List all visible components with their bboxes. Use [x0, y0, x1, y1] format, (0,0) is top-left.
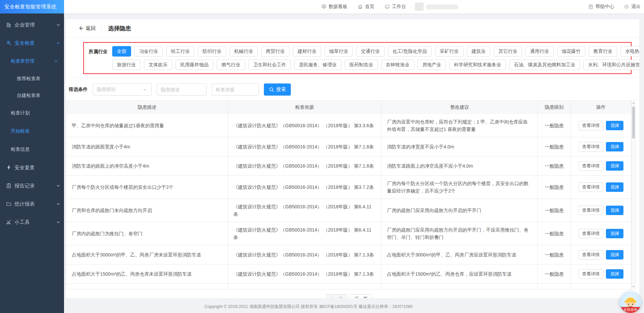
level-cell: 一般隐患 [538, 199, 571, 222]
topbar-item-logout[interactable]: 退出 [624, 4, 641, 10]
sidebar-item-label: 自建检查表 [17, 93, 40, 99]
topbar-item-help-center[interactable]: 帮助中心 [588, 4, 614, 10]
chevron-up-icon [56, 40, 61, 46]
chevron-up-icon [53, 59, 59, 64]
chat-widget[interactable]: 在线咨询 [620, 291, 641, 313]
select-button[interactable]: 选择 [606, 182, 623, 192]
monitor-icon [385, 4, 390, 9]
back-button[interactable]: 返回 [78, 25, 96, 32]
industry-tag[interactable]: 烟花爆竹 [557, 46, 585, 57]
hazard-level-select[interactable]: 隐患级别 [93, 83, 152, 96]
industry-tag[interactable]: 居民服务、修理业 [294, 60, 341, 70]
scrollbar-thumb[interactable] [632, 106, 635, 139]
industry-tag[interactable]: 纺织行业 [198, 46, 226, 57]
select-button[interactable]: 选择 [606, 121, 623, 130]
industry-tag[interactable]: 农林牧渔业 [381, 60, 414, 70]
sidebar-item-inspection-info[interactable]: 检查信息 [0, 140, 64, 159]
sidebar-item-start-inspection[interactable]: 开始检查 [0, 122, 64, 140]
industry-tag[interactable]: 建筑业 [467, 46, 490, 57]
hazard-desc-cell: 甲、乙类中间仓库的储量超过1昼夜的需用量 [66, 114, 228, 137]
select-button[interactable]: 选择 [606, 142, 623, 151]
building-icon [6, 22, 11, 28]
arrow-left-icon [78, 26, 84, 31]
hazard-desc-cell: 占地面积大于1500m²的乙、丙类仓库未设置环形消防车道 [66, 265, 228, 283]
table-row: 甲、乙类中间仓库的储量超过1昼夜的需用量 《建筑设计防火规范》（GB50016-… [66, 114, 631, 137]
industry-tag[interactable]: 建材行业 [293, 46, 321, 57]
industry-tag[interactable]: 教育行业 [589, 46, 617, 57]
level-cell: 一般隐患 [538, 265, 571, 283]
industry-tag[interactable]: 机械行业 [229, 46, 258, 57]
industry-tag[interactable]: 轻工行业 [166, 46, 194, 57]
search-button[interactable]: 搜索 [264, 83, 291, 96]
industry-tag[interactable]: 烟草行业 [325, 46, 353, 57]
industry-tag[interactable]: 化工/危险化学品 [388, 46, 432, 57]
sidebar-item-tools[interactable]: 小工具 [0, 213, 64, 231]
industry-tag[interactable]: 旅游行业 [112, 60, 141, 70]
industry-tag[interactable]: 交通行业 [356, 46, 385, 57]
industry-tag[interactable]: 其它行业 [494, 46, 522, 57]
industry-tag[interactable]: 采矿行业 [435, 46, 463, 57]
next-page-button[interactable]: 下一页 [350, 294, 372, 298]
view-detail-button[interactable]: 查看详情 [578, 206, 603, 215]
select-button[interactable]: 选择 [606, 206, 623, 215]
scroll-up-arrow[interactable]: ▲ [633, 101, 635, 105]
sidebar-item-safety-inspection[interactable]: 安全检查 [0, 34, 64, 52]
view-detail-button[interactable]: 查看详情 [578, 229, 603, 238]
sidebar-item-inspection-plan[interactable]: 检查计划 [0, 104, 64, 122]
table-scrollbar[interactable]: ▲ ▼ [632, 100, 636, 289]
column-header-basis: 检查依据 [228, 101, 381, 114]
sidebar-item-recommended-checklist[interactable]: 推荐检查表 [0, 70, 64, 87]
table-row: 厂房每个防火分区或每个楼层的安全出口少于2个 《建筑设计防火规范》（GB5001… [66, 175, 631, 199]
industry-tag-selected[interactable]: 全部 [112, 46, 131, 57]
view-detail-button[interactable]: 查看详情 [578, 269, 603, 279]
view-detail-button[interactable]: 查看详情 [578, 161, 603, 171]
view-detail-button[interactable]: 查看详情 [578, 142, 603, 151]
select-button[interactable]: 选择 [606, 161, 623, 171]
hazard-desc-cell: 厂房和仓库的疏散门未向疏散方向开启 [66, 199, 228, 222]
sidebar-item-statistics-reports[interactable]: 统计报表 [0, 195, 64, 213]
industry-tag[interactable]: 冶金行业 [134, 46, 163, 57]
lightning-icon [6, 165, 11, 170]
industry-tag[interactable]: 通用行业 [525, 46, 554, 57]
select-button[interactable]: 选择 [606, 250, 623, 259]
industry-tag[interactable]: 科学研究和技术服务业 [449, 60, 506, 70]
sidebar-menu: 企业管理 安全检查 检查表管理 推荐检查表 自建检查表 检查计划 [0, 13, 64, 231]
sidebar-item-checklist-management[interactable]: 检查表管理 [0, 52, 64, 70]
industry-tag[interactable]: 水利、环境和公共设施管理业 [583, 60, 639, 70]
view-detail-button[interactable]: 查看详情 [578, 250, 603, 259]
select-button[interactable]: 选择 [606, 269, 623, 279]
select-button[interactable]: 选择 [606, 229, 623, 238]
topbar-item-workbench[interactable]: 工作台 [385, 4, 406, 10]
industry-tag[interactable]: 文体娱乐 [144, 60, 172, 70]
table-row: 厂房内的疏散门为推拉门、卷帘门 《建筑设计防火规范》（GB50016-2014）… [66, 222, 631, 245]
chevron-down-icon [142, 87, 148, 92]
hazard-desc-input[interactable] [157, 83, 207, 96]
industry-tag[interactable]: 卫生和社会工作 [248, 60, 291, 70]
view-detail-button[interactable]: 查看详情 [578, 121, 603, 130]
sidebar-item-enterprise-management[interactable]: 企业管理 [0, 16, 64, 34]
view-detail-button[interactable]: 查看详情 [578, 182, 603, 192]
sidebar-item-label: 检查信息 [11, 146, 30, 152]
industry-tag[interactable]: 商贸行业 [261, 46, 289, 57]
suggestion-cell: 消防车道路面上的净空高度不应小于4.0m [381, 156, 538, 175]
sidebar-item-self-built-checklist[interactable]: 自建检查表 [0, 87, 64, 104]
topbar-item-dashboard[interactable]: 数据看板 [321, 4, 347, 10]
industry-tag[interactable]: 燃气行业 [217, 60, 245, 70]
inspection-basis-input[interactable] [212, 83, 259, 96]
topbar-item-home[interactable]: 首页 [358, 4, 374, 10]
industry-tag[interactable]: 石油、煤炭及其他燃料加工业 [509, 60, 580, 70]
industry-tag[interactable]: 水电热力行业 [620, 46, 639, 57]
sidebar-item-safety-recheck[interactable]: 安全复查 [0, 159, 64, 177]
page-title: 选择隐患 [108, 25, 131, 32]
industry-tag[interactable]: 民用爆炸物品 [176, 60, 213, 70]
suggestion-cell: 消防车道的净宽度不应小于4.0m [381, 137, 538, 156]
industry-tag[interactable]: 医药制造业 [345, 60, 378, 70]
scroll-down-arrow[interactable]: ▼ [633, 284, 635, 289]
app-root: 安全检查智能管理系统 企业管理 安全检查 检查表管理 推荐检查表 自建检查表 [0, 0, 644, 313]
column-header-level: 隐患级别 [538, 101, 571, 114]
prev-page-button[interactable]: 上一页 [326, 294, 347, 298]
topbar-item-label: 数据看板 [329, 4, 347, 10]
industry-tag[interactable]: 房地产业 [418, 60, 446, 70]
sidebar-item-report-records[interactable]: 报告记录 [0, 177, 64, 195]
suggestion-cell: 占地面积大于1500m²的乙、丙类仓库，应设置环形消防车道 [381, 265, 538, 283]
